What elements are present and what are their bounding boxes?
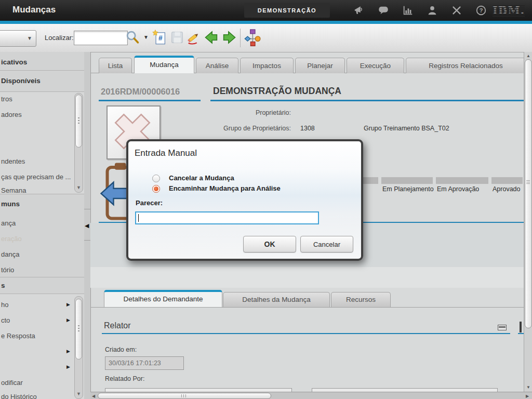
owner-group-description: Grupo Treinamento BSA_T02 bbox=[364, 125, 449, 132]
tab-planejar[interactable]: Planejar bbox=[295, 58, 345, 73]
status-stage-label: Aprovado bbox=[493, 185, 521, 193]
owner-label: Proprietário: bbox=[208, 109, 291, 116]
navigation-sidebar: icativos Disponíveis tros adores ndentes… bbox=[0, 52, 85, 399]
cancel-button[interactable]: Cancelar bbox=[300, 236, 353, 252]
status-stage-bar bbox=[491, 177, 523, 184]
submenu-arrow-icon: ▶ bbox=[66, 349, 70, 354]
horizontal-scrollbar-thumb[interactable] bbox=[98, 393, 271, 399]
next-record-icon[interactable] bbox=[221, 30, 237, 45]
vertical-scrollbar-thumb[interactable] bbox=[525, 59, 532, 328]
submenu-arrow-icon: ▶ bbox=[66, 364, 70, 369]
tab-detalhes-mudanca[interactable]: Detalhes da Mudança bbox=[223, 292, 330, 307]
find-label: Localizar: bbox=[45, 34, 74, 42]
record-id: 2016RDM/00006016 bbox=[101, 87, 180, 97]
sidebar-item-action[interactable]: ho bbox=[1, 301, 8, 309]
parecer-input[interactable] bbox=[135, 211, 319, 224]
sidebar-item-action[interactable]: odificar bbox=[1, 379, 23, 387]
radio-label-cancelar[interactable]: Cancelar a Mudança bbox=[169, 174, 234, 182]
signout-icon[interactable] bbox=[451, 5, 462, 16]
sidebar-item-query[interactable]: adores bbox=[1, 111, 22, 118]
collapse-sidebar-icon[interactable]: ◀ bbox=[85, 222, 89, 229]
query-select[interactable]: ▼ bbox=[0, 30, 36, 47]
sidebar-scrollbar[interactable]: ▼ bbox=[74, 296, 83, 399]
chevron-down-icon: ▼ bbox=[27, 35, 32, 41]
sidebar-section-common-actions: muns bbox=[1, 200, 20, 208]
clear-changes-icon[interactable] bbox=[186, 30, 202, 45]
scroll-up-icon[interactable]: ▲ bbox=[526, 54, 530, 58]
created-at-label: Criado em: bbox=[105, 346, 137, 353]
tab-analise[interactable]: Análise bbox=[196, 58, 238, 73]
status-stage-label: Em Planejamento bbox=[382, 185, 434, 193]
scroll-down-icon[interactable]: ▼ bbox=[526, 385, 530, 390]
radio-encaminhar-analise[interactable] bbox=[152, 185, 160, 193]
workflow-route-icon[interactable] bbox=[244, 29, 262, 46]
parecer-label: Parecer: bbox=[136, 199, 163, 207]
sidebar-section-available-queries: Disponíveis bbox=[1, 77, 41, 85]
ibm-logo: IBM. bbox=[493, 4, 525, 17]
scroll-down-icon[interactable]: ▼ bbox=[76, 391, 81, 396]
sidebar-item-query[interactable]: ças que precisam de ... bbox=[1, 173, 71, 181]
tab-recursos[interactable]: Recursos bbox=[331, 292, 391, 307]
dialog-title: Entrada Manual bbox=[135, 148, 197, 158]
tab-registros-relacionados[interactable]: Registros Relacionados bbox=[406, 58, 526, 73]
sidebar-item-query[interactable]: tros bbox=[1, 95, 12, 103]
queries-list: tros adores ndentes ças que precisam de … bbox=[0, 91, 84, 194]
megaphone-icon[interactable] bbox=[353, 5, 365, 16]
radio-cancelar-mudanca[interactable] bbox=[152, 175, 160, 182]
header-icon-bar: ? bbox=[353, 5, 487, 16]
app-header: Mudanças DEMONSTRAÇÃO bbox=[0, 0, 532, 21]
tab-detalhes-demandante[interactable]: Detalhes do Demandante bbox=[104, 290, 222, 307]
tab-lista[interactable]: Lista bbox=[99, 58, 132, 73]
sidebar-item-query[interactable]: ndentes bbox=[1, 157, 25, 165]
sidebar-section-more-actions: s bbox=[1, 282, 5, 289]
sidebar-item-action[interactable]: ança bbox=[1, 219, 16, 227]
page-title: Mudanças bbox=[12, 5, 56, 15]
profile-icon[interactable] bbox=[427, 5, 438, 16]
tab-mudanca[interactable]: Mudança bbox=[134, 56, 194, 73]
submenu-arrow-icon: ▶ bbox=[66, 317, 70, 323]
sidebar-item-action[interactable]: tório bbox=[1, 266, 14, 274]
environment-badge: DEMONSTRAÇÃO bbox=[244, 3, 330, 18]
tab-impactos[interactable]: Impactos bbox=[240, 58, 294, 73]
submenu-arrow-icon: ▶ bbox=[66, 302, 70, 307]
status-stage-label: Em Aprovação bbox=[437, 185, 479, 193]
sidebar-item-action[interactable]: cto bbox=[1, 316, 10, 324]
tab-execucao[interactable]: Execução bbox=[347, 58, 404, 73]
clipped-next-section bbox=[520, 322, 522, 332]
chat-icon[interactable] bbox=[378, 5, 389, 16]
application-window: Mudanças DEMONSTRAÇÃO bbox=[0, 0, 532, 399]
entrada-manual-dialog: Entrada Manual Cancelar a Mudança Encami… bbox=[126, 139, 363, 261]
record-title: DEMONSTRAÇÃO MUDANÇA bbox=[213, 86, 341, 97]
svg-text:#: # bbox=[158, 34, 163, 42]
more-actions-list: ho ▶ cto ▶ e Resposta ▶ ▶ odificar do Hi… bbox=[0, 294, 84, 399]
sidebar-item-action[interactable]: dança bbox=[1, 250, 19, 258]
sidebar-section-applications: icativos bbox=[1, 58, 27, 66]
ok-button[interactable]: OK bbox=[243, 236, 296, 252]
help-icon[interactable]: ? bbox=[475, 5, 487, 16]
save-icon bbox=[169, 30, 185, 45]
scroll-right-icon[interactable]: ▶ bbox=[526, 394, 529, 398]
sidebar-item-action[interactable]: do Histórico bbox=[1, 393, 37, 399]
previous-record-icon[interactable] bbox=[204, 30, 219, 45]
scroll-left-icon[interactable]: ◀ bbox=[92, 394, 95, 398]
vertical-scrollbar[interactable]: ▲ ▼ bbox=[524, 52, 532, 392]
status-stage-bar bbox=[381, 177, 433, 184]
sidebar-scrollbar[interactable]: ▼ bbox=[74, 93, 83, 193]
search-options-caret-icon[interactable]: ▼ bbox=[143, 34, 149, 40]
created-at-field: 30/03/16 17:01:23 bbox=[105, 356, 184, 370]
search-icon[interactable] bbox=[125, 30, 140, 45]
scroll-down-icon[interactable]: ▼ bbox=[76, 185, 81, 190]
reports-icon[interactable] bbox=[402, 5, 414, 16]
record-toolbar: ▼ Localizar: ▼ # bbox=[0, 24, 532, 52]
horizontal-scrollbar[interactable]: ◀ ▶ bbox=[90, 392, 532, 399]
sidebar-item-action[interactable]: e Resposta bbox=[1, 332, 35, 340]
status-stage-bar bbox=[436, 177, 488, 184]
owner-group-value: 1308 bbox=[300, 125, 315, 132]
sidebar-item-query[interactable]: Semana bbox=[1, 187, 26, 194]
section-title-relator: Relator bbox=[104, 321, 131, 330]
sidebar-item-action-disabled: eração bbox=[1, 235, 22, 243]
new-record-icon[interactable]: # bbox=[152, 30, 167, 45]
radio-label-encaminhar[interactable]: Encaminhar Mudança para Análise bbox=[169, 184, 281, 192]
minimize-section-icon[interactable] bbox=[498, 325, 507, 330]
find-input[interactable] bbox=[74, 31, 128, 45]
